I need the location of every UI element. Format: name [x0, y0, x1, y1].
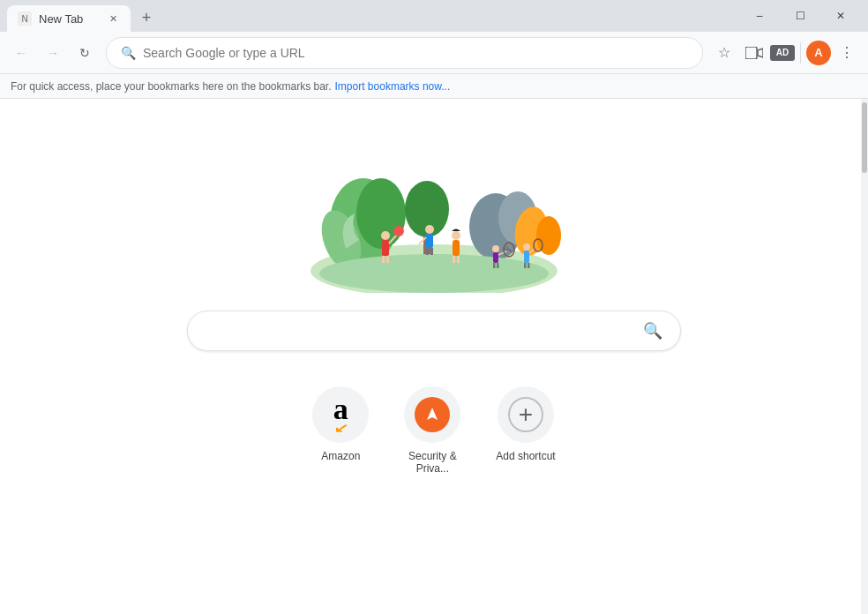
avast-svg — [420, 402, 445, 427]
avast-icon-container — [404, 386, 460, 443]
svg-rect-39 — [524, 251, 529, 263]
svg-point-6 — [356, 178, 406, 249]
shortcut-amazon[interactable]: a ↙ Amazon — [305, 379, 376, 469]
search-icon: 🔍 — [643, 321, 662, 341]
media-button[interactable] — [740, 39, 768, 67]
toolbar-separator — [800, 42, 801, 64]
bookmark-bar: For quick access, place your bookmarks h… — [0, 74, 868, 99]
avast-label: Security & Priva... — [397, 450, 468, 475]
window-controls: – ☐ ✕ — [739, 0, 861, 32]
tab-title: New Tab — [39, 12, 99, 26]
shortcuts-row: a ↙ Amazon Security & Priva... — [305, 379, 562, 482]
scrollbar-thumb[interactable] — [862, 102, 867, 173]
amazon-icon: a ↙ — [333, 394, 348, 436]
reload-button[interactable]: ↻ — [71, 39, 99, 67]
svg-point-15 — [381, 231, 390, 240]
address-bar[interactable]: 🔍 — [106, 37, 703, 69]
google-doodle — [293, 134, 575, 293]
search-box[interactable]: 🔍 — [187, 311, 681, 351]
toolbar-icons: ☆ AD A ⋮ — [710, 39, 861, 67]
svg-rect-18 — [386, 256, 389, 263]
close-button[interactable]: ✕ — [820, 0, 861, 32]
svg-point-13 — [536, 216, 561, 255]
svg-marker-3 — [758, 49, 763, 57]
menu-button[interactable]: ⋮ — [833, 39, 861, 67]
svg-point-20 — [393, 226, 404, 236]
toolbar: ← → ↻ 🔍 ☆ AD A ⋮ — [0, 32, 868, 74]
active-tab[interactable]: N New Tab ✕ — [7, 5, 131, 32]
svg-rect-31 — [493, 252, 498, 263]
svg-rect-29 — [457, 256, 460, 263]
svg-text:N: N — [21, 14, 27, 24]
svg-rect-27 — [453, 240, 460, 256]
avast-extension-button[interactable]: A — [806, 41, 831, 65]
svg-rect-2 — [745, 47, 757, 59]
svg-rect-40 — [524, 263, 527, 268]
tab-close-button[interactable]: ✕ — [106, 11, 120, 26]
add-shortcut-label: Add shortcut — [496, 450, 555, 462]
svg-point-38 — [523, 243, 530, 251]
maximize-button[interactable]: ☐ — [780, 0, 820, 32]
svg-point-21 — [425, 225, 434, 234]
svg-rect-22 — [426, 234, 433, 248]
bookmark-button[interactable]: ☆ — [710, 39, 738, 67]
svg-rect-41 — [528, 263, 530, 268]
svg-rect-32 — [493, 263, 496, 268]
titlebar: N New Tab ✕ + – ☐ ✕ — [0, 0, 868, 32]
main-content: 🔍 a ↙ Amazon — [0, 99, 868, 614]
search-box-container: 🔍 — [187, 311, 681, 351]
shortcut-avast[interactable]: Security & Priva... — [390, 379, 475, 482]
tab-strip: N New Tab ✕ + — [7, 0, 739, 32]
minimize-button[interactable]: – — [739, 0, 780, 32]
tab-favicon: N — [18, 11, 32, 26]
menu-icon: ⋮ — [840, 44, 854, 61]
svg-rect-16 — [382, 240, 389, 256]
svg-rect-23 — [426, 248, 429, 255]
scrollbar[interactable] — [861, 99, 868, 614]
bookmark-icon: ☆ — [718, 44, 730, 61]
svg-point-30 — [492, 245, 499, 252]
avast-icon — [415, 397, 450, 432]
amazon-icon-container: a ↙ — [312, 386, 369, 443]
add-shortcut-icon-container: + — [498, 386, 554, 443]
main-search-input[interactable] — [206, 323, 643, 339]
bookmark-bar-message: For quick access, place your bookmarks h… — [11, 80, 332, 93]
svg-point-14 — [319, 254, 549, 293]
svg-rect-24 — [430, 248, 433, 255]
shortcut-add[interactable]: + Add shortcut — [489, 379, 562, 469]
media-icon — [745, 47, 763, 59]
address-search-icon: 🔍 — [121, 46, 136, 60]
import-bookmarks-link[interactable]: Import bookmarks now... — [335, 80, 451, 93]
ad-badge: AD — [770, 45, 795, 61]
amazon-label: Amazon — [321, 450, 360, 462]
plus-icon: + — [519, 402, 533, 427]
address-input[interactable] — [143, 46, 688, 60]
svg-rect-28 — [453, 256, 455, 263]
add-shortcut-icon: + — [508, 397, 543, 432]
svg-point-26 — [452, 231, 460, 240]
svg-rect-17 — [382, 256, 385, 263]
forward-button[interactable]: → — [39, 39, 67, 67]
back-button[interactable]: ← — [7, 39, 35, 67]
new-tab-button[interactable]: + — [134, 5, 159, 30]
svg-rect-33 — [497, 263, 499, 268]
doodle-svg — [293, 134, 575, 293]
